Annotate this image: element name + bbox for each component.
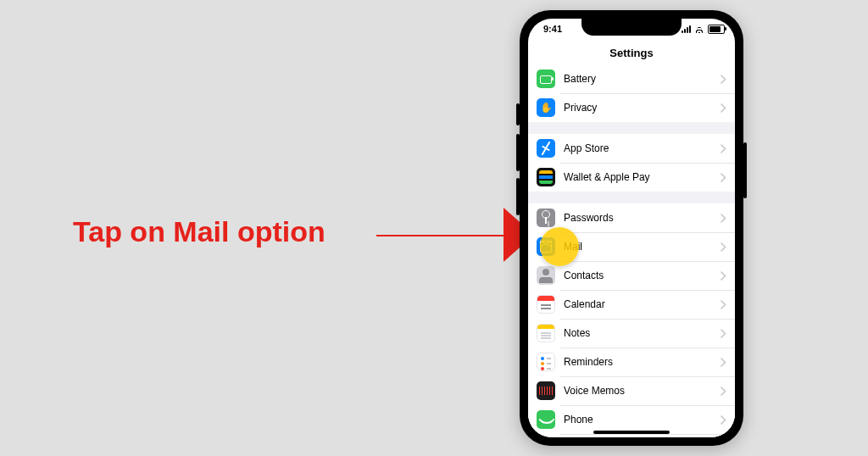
mute-switch xyxy=(516,103,520,125)
settings-row-appstore[interactable]: App Store xyxy=(528,134,735,163)
phone-screen: 9:41 Settings Battery xyxy=(528,19,735,437)
settings-row-label: Calendar xyxy=(564,298,721,310)
nav-bar: Settings xyxy=(528,42,735,65)
settings-row-battery[interactable]: Battery xyxy=(528,64,735,93)
settings-row-label: Voice Memos xyxy=(564,385,721,397)
chevron-right-icon xyxy=(721,386,726,396)
calendar-icon xyxy=(537,295,555,314)
chevron-right-icon xyxy=(721,75,726,84)
settings-row-calendar[interactable]: Calendar xyxy=(528,290,735,319)
chevron-right-icon xyxy=(721,144,726,153)
reminders-icon xyxy=(537,353,555,371)
privacy-icon: ✋ xyxy=(537,98,555,117)
chevron-right-icon xyxy=(721,242,726,252)
settings-group-apps: Passwords Mail Contacts xyxy=(528,203,735,437)
battery-status-icon xyxy=(708,25,725,34)
settings-row-label: Battery xyxy=(564,73,721,85)
chevron-right-icon xyxy=(721,300,726,309)
settings-row-messages[interactable]: Messages xyxy=(528,434,735,437)
settings-row-contacts[interactable]: Contacts xyxy=(528,261,735,290)
status-time: 9:41 xyxy=(543,24,562,34)
contacts-icon xyxy=(537,266,555,285)
settings-row-voicememos[interactable]: Voice Memos xyxy=(528,376,735,405)
settings-row-label: App Store xyxy=(564,142,721,154)
settings-row-privacy[interactable]: ✋ Privacy xyxy=(528,93,735,122)
settings-row-phone[interactable]: Phone xyxy=(528,405,735,434)
home-indicator[interactable] xyxy=(593,431,670,434)
settings-row-label: Contacts xyxy=(564,270,721,281)
passwords-icon xyxy=(537,209,555,227)
chevron-right-icon xyxy=(721,214,726,223)
settings-list[interactable]: Battery ✋ Privacy App Store xyxy=(528,64,735,437)
chevron-right-icon xyxy=(721,271,726,281)
settings-group-store-wallet: App Store Wallet & Apple Pay xyxy=(528,134,735,192)
phone-icon xyxy=(537,410,555,429)
volume-up-button xyxy=(516,134,520,171)
voicememos-icon xyxy=(537,381,555,400)
annotation-arrow xyxy=(376,223,529,248)
settings-group-battery-privacy: Battery ✋ Privacy xyxy=(528,64,735,122)
power-button xyxy=(743,142,747,198)
cellular-signal-icon xyxy=(682,25,691,33)
settings-row-label: Mail xyxy=(564,241,721,253)
battery-icon xyxy=(537,70,555,88)
volume-down-button xyxy=(516,178,520,215)
notes-icon xyxy=(537,324,555,342)
settings-row-notes[interactable]: Notes xyxy=(528,319,735,348)
chevron-right-icon xyxy=(721,415,726,425)
settings-row-label: Notes xyxy=(564,327,721,339)
phone-notch xyxy=(581,19,682,36)
chevron-right-icon xyxy=(721,173,726,182)
annotation-text: Tap on Mail option xyxy=(73,217,326,246)
mail-icon xyxy=(537,237,555,256)
settings-row-label: Phone xyxy=(564,414,721,425)
chevron-right-icon xyxy=(721,329,726,338)
settings-row-reminders[interactable]: Reminders xyxy=(528,348,735,376)
settings-row-passwords[interactable]: Passwords xyxy=(528,203,735,232)
wallet-icon xyxy=(537,168,555,186)
settings-row-mail[interactable]: Mail xyxy=(528,232,735,261)
wifi-icon xyxy=(694,25,704,33)
phone-frame: 9:41 Settings Battery xyxy=(520,10,743,446)
settings-row-label: Passwords xyxy=(564,212,721,224)
settings-row-label: Reminders xyxy=(564,356,721,368)
settings-row-wallet[interactable]: Wallet & Apple Pay xyxy=(528,163,735,192)
settings-row-label: Privacy xyxy=(564,102,721,114)
nav-title: Settings xyxy=(609,47,653,59)
chevron-right-icon xyxy=(721,358,726,367)
chevron-right-icon xyxy=(721,103,726,113)
appstore-icon xyxy=(537,139,555,158)
settings-row-label: Wallet & Apple Pay xyxy=(564,171,721,183)
